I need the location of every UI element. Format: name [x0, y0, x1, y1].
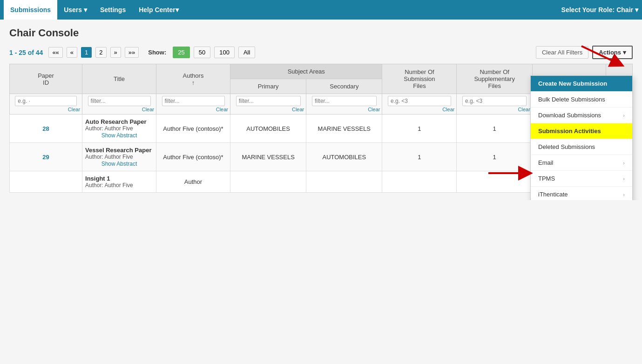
actions-dropdown-menu: Create New Submission Bulk Delete Submis… [530, 75, 633, 200]
filter-authors-input[interactable] [162, 96, 225, 106]
dropdown-ithenticate[interactable]: iThenticate › [531, 187, 632, 200]
filter-title-input[interactable] [88, 96, 151, 106]
paper-title-28: Auto Research Paper [85, 118, 153, 125]
page-2-btn[interactable]: 2 [95, 47, 106, 58]
filter-title-clear[interactable]: Clear [84, 107, 154, 112]
show-abstract-29[interactable]: Show Abstract [101, 161, 137, 167]
th-num-sub-files: Number OfSubmissionFiles [382, 64, 457, 94]
num-supp-insight1 [457, 171, 532, 193]
email-arrow-icon: › [623, 160, 625, 166]
th-title: Title [82, 64, 156, 94]
actions-dropdown-icon: ▾ [623, 49, 626, 56]
dropdown-email[interactable]: Email › [531, 155, 632, 171]
th-paper-id: PaperID [10, 64, 82, 94]
paper-author-insight1: Author: Author Five [85, 182, 153, 189]
primary-28: AUTOMOBILES [230, 115, 306, 143]
dropdown-bulk-delete-submissions[interactable]: Bulk Delete Submissions [531, 92, 632, 108]
filter-secondary-input[interactable] [312, 96, 377, 106]
filter-num-supp-clear[interactable]: Clear [459, 107, 530, 112]
paper-author-29: Author: Author Five [85, 154, 153, 160]
secondary-29: AUTOMOBILES [306, 143, 382, 171]
num-sub-insight1 [382, 171, 457, 193]
show-label: Show: [148, 49, 166, 56]
paper-id-29[interactable]: 29 [42, 154, 49, 161]
show-all-btn[interactable]: All [238, 47, 255, 58]
authors-28: Author Five (contoso)* [156, 115, 230, 143]
paper-title-29: Vessel Research Paper [85, 147, 153, 154]
filter-primary-input[interactable] [236, 96, 301, 106]
dropdown-submission-activities[interactable]: Submission Activities [531, 123, 632, 139]
th-authors[interactable]: Authors↑ [156, 64, 230, 94]
page-1-btn[interactable]: 1 [81, 47, 92, 58]
nav-settings[interactable]: Settings [94, 0, 132, 20]
dropdown-deleted-submissions[interactable]: Deleted Submissions [531, 139, 632, 155]
nav-submissions[interactable]: Submissions [4, 0, 57, 20]
dropdown-download-submissions[interactable]: Download Submissions › [531, 108, 632, 123]
tpms-arrow-icon: › [623, 176, 625, 182]
filter-num-sub-clear[interactable]: Clear [384, 107, 454, 112]
paper-title-insight1: Insight 1 [85, 175, 153, 182]
th-primary: Primary [230, 79, 306, 94]
secondary-insight1 [306, 171, 382, 193]
role-selector[interactable]: Chair ▾ [616, 6, 638, 13]
nav-users[interactable]: Users ▾ [57, 0, 94, 20]
nav-help-center[interactable]: Help Center▾ [132, 0, 185, 20]
show-100-btn[interactable]: 100 [214, 47, 235, 58]
filter-authors: Clear [156, 94, 230, 115]
filter-num-sub-input[interactable] [388, 96, 451, 106]
th-secondary: Secondary [306, 79, 382, 94]
num-supp-28: 1 [457, 115, 532, 143]
dropdown-create-new-submission[interactable]: Create New Submission [531, 76, 632, 92]
dropdown-tpms[interactable]: TPMS › [531, 171, 632, 187]
filter-paper-id-input[interactable] [15, 96, 76, 106]
secondary-28: MARINE VESSELS [306, 115, 382, 143]
authors-insight1: Author [156, 171, 230, 193]
page-title: Chair Console [9, 27, 633, 39]
th-num-supp-files: Number OfSupplementaryFiles [457, 64, 532, 94]
download-submissions-arrow-icon: › [623, 113, 625, 118]
filter-paper-id-clear[interactable]: Clear [12, 107, 80, 112]
filter-num-supp-input[interactable] [462, 96, 527, 106]
filter-num-supp: Clear [457, 94, 532, 115]
th-subject-areas-group: Subject Areas [230, 64, 382, 79]
first-page-btn[interactable]: «« [48, 47, 62, 58]
primary-insight1 [230, 171, 306, 193]
filter-title: Clear [82, 94, 156, 115]
filter-num-sub: Clear [382, 94, 457, 115]
num-sub-29: 1 [382, 143, 457, 171]
role-label: Select Your Role: [561, 6, 615, 13]
filter-paper-id: Clear [10, 94, 82, 115]
paper-author-28: Author: Author Five [85, 125, 153, 132]
filter-secondary-clear[interactable]: Clear [308, 107, 380, 112]
num-supp-29: 1 [457, 143, 532, 171]
primary-29: MARINE VESSELS [230, 143, 306, 171]
last-page-btn[interactable]: »» [125, 47, 139, 58]
clear-all-filters-btn[interactable]: Clear All Filters [536, 46, 588, 59]
show-25-btn[interactable]: 25 [173, 47, 189, 58]
show-abstract-28[interactable]: Show Abstract [101, 132, 137, 139]
authors-29: Author Five (contoso)* [156, 143, 230, 171]
actions-btn[interactable]: Actions ▾ [592, 46, 633, 59]
filter-primary-clear[interactable]: Clear [232, 107, 304, 112]
prev-page-btn[interactable]: « [67, 47, 77, 58]
pagination-info: 1 - 25 of 44 [9, 49, 43, 56]
filter-primary: Clear [230, 94, 306, 115]
top-navigation: Submissions Users ▾ Settings Help Center… [0, 0, 642, 20]
next-page-btn[interactable]: » [110, 47, 121, 58]
ithenticate-arrow-icon: › [623, 192, 625, 197]
paper-id-28[interactable]: 28 [42, 125, 49, 132]
num-sub-28: 1 [382, 115, 457, 143]
filter-authors-clear[interactable]: Clear [158, 107, 228, 112]
filter-secondary: Clear [306, 94, 382, 115]
show-50-btn[interactable]: 50 [194, 47, 210, 58]
toolbar: 1 - 25 of 44 «« « 1 2 » »» Show: 25 50 1… [9, 46, 633, 59]
